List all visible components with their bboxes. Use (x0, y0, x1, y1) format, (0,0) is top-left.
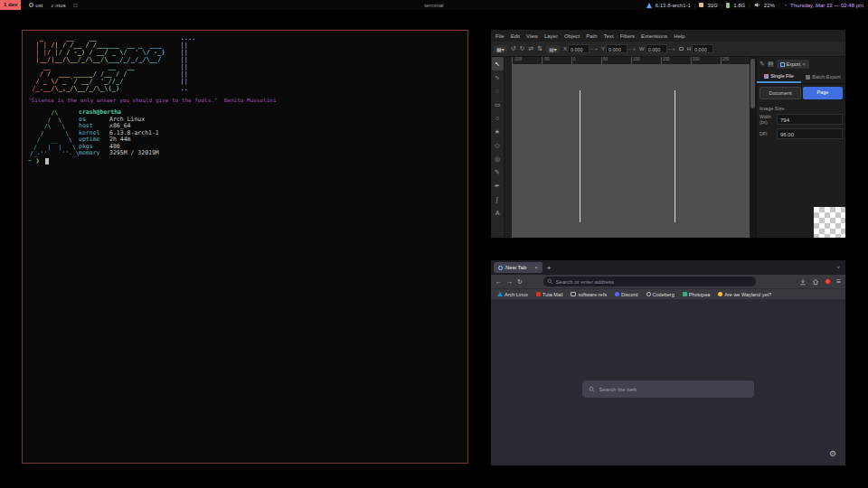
page-button[interactable]: Page (803, 87, 843, 99)
menu-view[interactable]: View (526, 33, 538, 39)
tab-bar: New Tab × + ˅ (491, 260, 845, 275)
minus-button[interactable]: − (590, 46, 594, 52)
spiral-tool-icon[interactable]: ◎ (492, 152, 504, 165)
extension-red-icon[interactable] (825, 278, 831, 285)
terminal-window[interactable]: _ __ __ .... | | /| / /__ / /______ __ _… (22, 30, 468, 464)
close-panel-icon[interactable]: × (802, 61, 805, 67)
rectangle-tool-icon[interactable]: ▭ (492, 98, 504, 111)
ellipse-tool-icon[interactable]: ○ (492, 111, 504, 125)
menu-object[interactable]: Object (564, 33, 580, 39)
plus-button[interactable]: + (672, 46, 675, 52)
tab-single-file[interactable]: Single File (757, 70, 801, 83)
menu-icon[interactable]: ≡ (836, 277, 841, 286)
grid-icon: ▦ (496, 47, 502, 52)
workspace-indicator-mus[interactable]: ♪ mus (51, 3, 65, 8)
active-tab[interactable]: New Tab × (494, 262, 542, 273)
node-editor-tool-icon[interactable]: ∿ (492, 70, 504, 84)
y-field[interactable]: Y 0.000 − + (601, 44, 636, 53)
discord-favicon (615, 292, 619, 296)
h-field[interactable]: H 0.000 (687, 44, 713, 53)
minus-button[interactable]: − (668, 46, 672, 52)
rotate-cw-icon[interactable]: ↻ (520, 45, 525, 52)
firefox-window[interactable]: New Tab × + ˅ ← → ↻ ≡ Arch Linux Tuta Ma… (491, 260, 845, 465)
workspace-indicator-active[interactable]: 1 dev (0, 0, 21, 10)
reload-button[interactable]: ↻ (517, 278, 523, 286)
close-tab-icon[interactable]: × (534, 265, 538, 270)
welcome-ascii-art: _ __ __ .... | | /| / /__ / /______ __ _… (28, 34, 195, 92)
pen-tool-icon[interactable]: ✒ (492, 179, 504, 192)
w-value[interactable]: 0.000 (646, 44, 667, 53)
bookmark-photopea[interactable]: Photopea (683, 292, 711, 297)
w-field[interactable]: W 0.000 − + (639, 44, 675, 53)
menu-edit[interactable]: Edit (511, 33, 520, 39)
pencil-tool-icon[interactable]: ✎ (492, 165, 504, 179)
box3d-tool-icon[interactable]: ◇ (492, 138, 504, 152)
menu-help[interactable]: Help (674, 33, 684, 39)
newtab-search-bar[interactable] (582, 380, 754, 398)
align-dropdown[interactable]: ▤▾ (546, 45, 560, 53)
fetch-value: 3295M / 32019M (109, 149, 159, 156)
personalize-gear-icon[interactable]: ⚙ (829, 449, 836, 458)
bookmark-folder-software-refs[interactable]: software refs (571, 292, 606, 297)
tab-batch-export[interactable]: Batch Export (801, 70, 845, 83)
rotate-ccw-icon[interactable]: ↺ (511, 45, 516, 52)
bookmark-discord[interactable]: Discord (615, 292, 638, 297)
star-tool-icon[interactable]: ★ (492, 125, 504, 138)
width-input[interactable]: 794 (777, 114, 843, 125)
selector-tool-icon[interactable]: ↖ (492, 57, 504, 70)
menu-filters[interactable]: Filters (620, 33, 635, 39)
layers-icon[interactable]: ▤ (768, 61, 774, 68)
scrollbar-thumb[interactable] (750, 59, 755, 108)
codeberg-favicon (646, 292, 651, 296)
fetch-label: memory (79, 150, 109, 157)
shape-builder-tool-icon[interactable]: ◌ (492, 84, 504, 98)
bookmark-label: Are we Wayland yet? (724, 292, 771, 297)
x-field[interactable]: X 0.000 − + (563, 44, 598, 53)
flip-horizontal-icon[interactable]: ⇄ (528, 45, 533, 52)
workspace-indicator-empty[interactable]: □ (74, 3, 78, 8)
inkscape-window[interactable]: File Edit View Layer Object Path Text Fi… (491, 30, 845, 238)
back-button[interactable]: ← (495, 278, 502, 285)
document-button[interactable]: Document (760, 87, 801, 99)
image-size-heading: Image Size (757, 102, 845, 112)
export-tab[interactable]: Export × (777, 60, 809, 69)
canvas-vertical-scrollbar[interactable] (750, 57, 756, 238)
canvas[interactable] (512, 64, 750, 238)
lock-icon[interactable] (679, 47, 684, 51)
menu-extensions[interactable]: Extensions (641, 33, 667, 39)
page-edge-right (675, 90, 675, 222)
forward-button[interactable]: → (506, 278, 513, 285)
plus-button[interactable]: + (594, 46, 598, 52)
address-input[interactable] (556, 279, 752, 285)
menu-text[interactable]: Text (604, 33, 614, 39)
new-tab-button[interactable]: + (547, 264, 552, 272)
list-tabs-chevron-icon[interactable]: ˅ (836, 265, 840, 270)
download-icon[interactable] (799, 278, 807, 286)
dpi-input[interactable]: 96.00 (777, 128, 843, 139)
workspace-indicator-ust[interactable]: ust (29, 3, 42, 8)
home-icon[interactable] (812, 278, 819, 286)
address-bar[interactable] (543, 277, 756, 286)
minus-button[interactable]: − (628, 46, 632, 52)
menu-file[interactable]: File (495, 33, 505, 39)
flip-vertical-icon[interactable]: ⇅ (537, 45, 542, 52)
memory-usage: 1.8G (733, 3, 745, 8)
bookmark-arch-linux[interactable]: Arch Linux (497, 292, 528, 297)
edit-icon[interactable]: ✎ (760, 61, 765, 68)
bookmark-tuta-mail[interactable]: Tuta Mail (536, 292, 562, 297)
calligraphy-tool-icon[interactable]: ∫ (492, 192, 504, 206)
selector-mode-dropdown[interactable]: ▦▾ (494, 45, 507, 53)
text-tool-icon[interactable]: A (492, 206, 504, 220)
page-edge-left (580, 90, 580, 222)
plus-button[interactable]: + (632, 46, 636, 52)
menu-path[interactable]: Path (586, 33, 597, 39)
y-value[interactable]: 0.000 (606, 44, 627, 53)
shell-prompt[interactable]: ~ ❯ (28, 157, 49, 164)
newtab-search-input[interactable] (599, 387, 748, 392)
bookmark-are-we-wayland-yet[interactable]: Are we Wayland yet? (718, 292, 771, 297)
x-value[interactable]: 0.000 (568, 44, 590, 53)
memory-icon (726, 3, 730, 8)
h-value[interactable]: 0.000 (692, 44, 713, 53)
menu-layer[interactable]: Layer (544, 33, 558, 39)
bookmark-codeberg[interactable]: Codeberg (646, 292, 675, 297)
